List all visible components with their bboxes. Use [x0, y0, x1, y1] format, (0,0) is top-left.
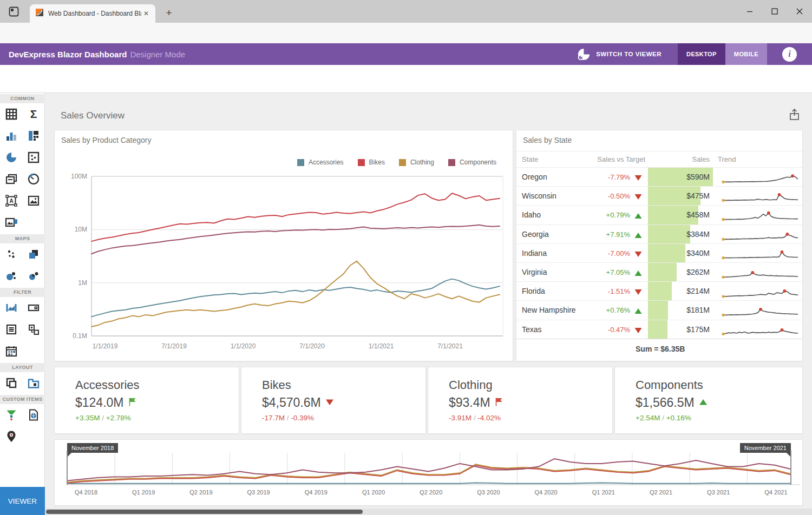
delta-percent: -1.51% — [522, 287, 630, 295]
scrollbar-thumb[interactable] — [46, 510, 363, 514]
kpi-value-row: $124.0M — [75, 395, 137, 410]
sidebar-item-treemap[interactable] — [22, 125, 44, 147]
new-tab-button[interactable]: + — [162, 7, 175, 20]
sidebar-item-pie-chart[interactable] — [0, 147, 22, 168]
list-box-icon — [5, 323, 18, 336]
switch-to-viewer-button[interactable]: SWITCH TO VIEWER — [576, 47, 662, 62]
sidebar-item-combobox[interactable] — [22, 297, 44, 319]
browser-window: Web Dashboard - Dashboard Bla ✕ + https:… — [0, 0, 812, 515]
sidebar-item-image[interactable] — [22, 190, 44, 212]
legend-swatch — [358, 159, 365, 166]
sidebar-item-geo-points[interactable] — [0, 243, 22, 265]
delta-percent: -0.50% — [522, 192, 630, 200]
svg-text:1/1/2021: 1/1/2021 — [369, 342, 394, 350]
grid-item-sales-by-state[interactable]: Sales by State State Sales vs Target Sal… — [516, 130, 803, 361]
sidebar-item-scatter[interactable] — [22, 147, 44, 168]
triangle-down-icon — [325, 398, 334, 408]
svg-text:7/1/2019: 7/1/2019 — [161, 342, 187, 350]
scatter-icon — [27, 151, 40, 164]
sidebar-item-list-box[interactable] — [0, 319, 22, 340]
sidebar-item-webpage[interactable] — [22, 404, 44, 426]
sidebar-item-bound-image[interactable] — [0, 212, 22, 233]
kpi-card-bikes[interactable]: Bikes$4,570.6M-17.7M / -0.39% — [241, 367, 426, 434]
table-row-idaho[interactable]: Idaho+0.79%$458M — [516, 205, 802, 224]
map-pin-icon — [5, 430, 18, 443]
export-icon[interactable] — [788, 108, 802, 122]
sidebar-section-label: FILTER — [0, 288, 45, 297]
sidebar-item-range-filter[interactable] — [0, 297, 22, 319]
flag-green-icon — [128, 397, 137, 409]
chart-item-sales-by-product-category[interactable]: Sales by Product Category AccessoriesBik… — [54, 130, 513, 361]
range-start-handle[interactable] — [67, 451, 68, 485]
range-selector-item[interactable]: Q4 2018Q1 2019Q2 2019Q3 2019Q4 2019Q1 20… — [54, 439, 803, 506]
window-close-icon[interactable] — [787, 0, 812, 23]
svg-text:Q2 2020: Q2 2020 — [420, 489, 442, 496]
browser-tab[interactable]: Web Dashboard - Dashboard Bla ✕ — [30, 4, 155, 23]
sidebar-item-tab-container[interactable] — [22, 372, 44, 394]
range-end-handle[interactable] — [790, 451, 791, 485]
delta-percent: -7.00% — [522, 249, 630, 258]
svg-text:1/1/2020: 1/1/2020 — [231, 342, 256, 350]
sidebar-item-cards[interactable] — [0, 168, 22, 190]
table-row-oregon[interactable]: Oregon-7.79%$590M — [516, 167, 802, 186]
triangle-up-icon — [634, 269, 642, 279]
sidebar-item-sum[interactable]: Σ — [22, 103, 44, 125]
tab-close-icon[interactable]: ✕ — [141, 9, 151, 18]
sales-value: $384M — [656, 230, 710, 239]
col-state: State — [522, 155, 538, 163]
table-row-wisconsin[interactable]: Wisconsin-0.50%$475M — [516, 186, 802, 205]
col-sales-vs-target: Sales vs Target — [537, 155, 645, 163]
svg-text:Q4 2021: Q4 2021 — [764, 489, 787, 496]
table-row-new-hampshire[interactable]: New Hampshire+0.76%$181M — [516, 300, 802, 319]
sidebar-item-funnel[interactable] — [0, 404, 22, 426]
table-row-georgia[interactable]: Georgia+7.91%$384M — [516, 225, 802, 243]
sum-value: Sum = $6.35B — [636, 345, 685, 353]
sales-value: $262M — [656, 268, 710, 276]
table-row-texas[interactable]: Texas-0.47%$175M — [516, 320, 802, 339]
kpi-value-row: $1,566.5M — [636, 395, 708, 410]
sidebar-section-label: LAYOUT — [0, 363, 45, 372]
legend-item: Accessories — [297, 159, 344, 166]
tab-actions-icon[interactable] — [9, 6, 19, 19]
sidebar-item-date-filter[interactable] — [0, 340, 22, 362]
svg-text:Q1 2020: Q1 2020 — [362, 489, 385, 496]
sidebar-item-group[interactable] — [0, 372, 22, 394]
info-button[interactable]: i — [782, 47, 797, 62]
kpi-title: Bikes — [262, 378, 291, 392]
table-row-indiana[interactable]: Indiana-7.00%$340M — [516, 243, 802, 262]
window-minimize-icon[interactable] — [737, 0, 762, 23]
sidebar-item-bubble-map[interactable] — [0, 265, 22, 287]
trend-sparkline — [721, 170, 801, 184]
sidebar-item-pie-map[interactable] — [22, 265, 44, 287]
pie-map-icon — [27, 269, 40, 282]
viewer-button[interactable]: VIEWER — [0, 487, 45, 515]
trend-sparkline — [721, 189, 801, 203]
kpi-card-clothing[interactable]: Clothing$93.4M-3.91M / -4.02% — [428, 367, 613, 434]
sales-value: $181M — [656, 306, 710, 314]
horizontal-scrollbar[interactable] — [45, 509, 812, 515]
kpi-value: $1,566.5M — [636, 395, 695, 410]
kpi-card-components[interactable]: Components$1,566.5M+2.54M / +0.16% — [614, 367, 803, 434]
legend-swatch — [297, 159, 304, 166]
desktop-button[interactable]: DESKTOP — [678, 43, 725, 65]
sidebar-item-gauge[interactable] — [22, 168, 44, 190]
svg-text:Q4 2020: Q4 2020 — [534, 489, 557, 496]
table-row-virginia[interactable]: Virginia+7.05%$262M — [516, 262, 802, 281]
favicon-devexpress-icon — [35, 8, 44, 19]
kpi-title: Components — [636, 378, 703, 392]
sidebar-item-pivot-grid[interactable] — [0, 103, 22, 125]
window-maximize-icon[interactable] — [762, 0, 787, 23]
triangle-up-icon — [699, 398, 708, 408]
table-row-florida[interactable]: Florida-1.51%$214M — [516, 281, 802, 300]
mobile-button[interactable]: MOBILE — [725, 43, 767, 65]
table-sum-row: Sum = $6.35B — [516, 339, 802, 358]
sidebar-item-tree-view[interactable] — [22, 319, 44, 340]
sidebar-item-map-pin[interactable] — [0, 426, 22, 447]
sidebar-item-chart-bar[interactable] — [0, 125, 22, 147]
chart-legend: AccessoriesBikesClothingComponents — [297, 159, 496, 166]
kpi-card-accessories[interactable]: Accessories$124.0M+3.35M / +2.78% — [54, 367, 239, 434]
sidebar-item-choropleth-map[interactable] — [22, 243, 44, 265]
sidebar-item-text-box[interactable]: A — [0, 190, 22, 212]
trend-sparkline — [721, 323, 801, 337]
pie-chart-icon — [5, 151, 18, 164]
